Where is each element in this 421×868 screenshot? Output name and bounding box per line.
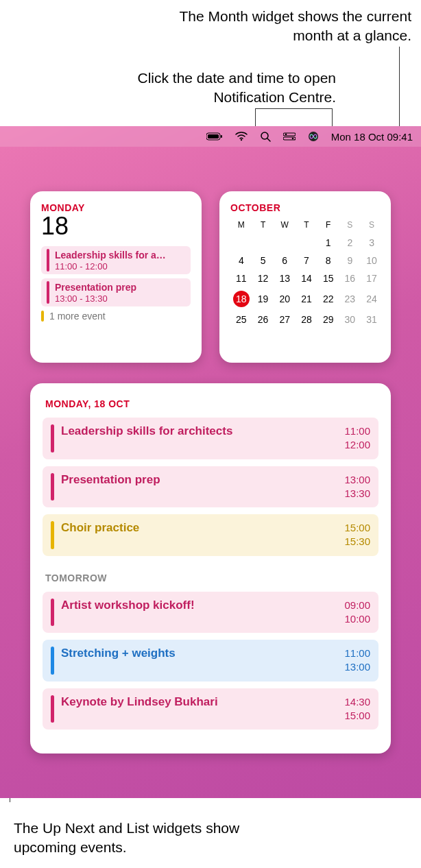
battery-icon bbox=[206, 132, 223, 141]
month-day[interactable]: 10 bbox=[361, 252, 383, 269]
month-day[interactable]: 31 bbox=[361, 311, 383, 328]
month-day[interactable]: 6 bbox=[274, 252, 296, 269]
annotation-upnext-list: The Up Next and List widgets show upcomi… bbox=[14, 819, 247, 858]
month-day[interactable]: 1 bbox=[317, 234, 339, 252]
upnext-more: 1 more event bbox=[41, 311, 191, 322]
month-day[interactable]: 4 bbox=[230, 252, 252, 269]
month-day[interactable]: 27 bbox=[274, 311, 296, 328]
month-grid: MTWTFSS 12345678910111213141516171819202… bbox=[230, 220, 383, 328]
month-day[interactable]: 12 bbox=[252, 269, 274, 287]
month-day[interactable]: 15 bbox=[317, 269, 339, 287]
month-widget[interactable]: OCTOBER MTWTFSS 123456789101112131415161… bbox=[219, 191, 391, 363]
month-day[interactable]: 14 bbox=[296, 269, 317, 287]
month-day[interactable]: 21 bbox=[296, 287, 317, 311]
up-next-widget[interactable]: MONDAY 18 Leadership skills for a…11:00 … bbox=[30, 191, 202, 363]
month-day[interactable]: 11 bbox=[230, 269, 252, 287]
annotation-datetime: Click the date and time to open Notifica… bbox=[117, 69, 336, 108]
list-section-tomorrow-title: TOMORROW bbox=[45, 572, 378, 583]
wifi-icon[interactable] bbox=[235, 132, 248, 141]
upnext-event[interactable]: Presentation prep13:00 - 13:30 bbox=[41, 278, 191, 306]
upnext-daynum: 18 bbox=[41, 212, 191, 241]
month-day[interactable]: 23 bbox=[339, 287, 361, 311]
menubar: Mon 18 Oct 09:41 bbox=[0, 126, 421, 147]
list-event[interactable]: Keynote by Lindsey Bukhari14:3015:00 bbox=[43, 688, 378, 730]
list-event[interactable]: Choir practice15:0015:30 bbox=[43, 514, 378, 556]
month-day[interactable]: 28 bbox=[296, 311, 317, 328]
list-event[interactable]: Artist workshop kickoff!09:0010:00 bbox=[43, 592, 378, 634]
control-centre-icon[interactable] bbox=[283, 132, 296, 141]
svg-line-5 bbox=[267, 138, 270, 141]
svg-point-7 bbox=[285, 134, 287, 136]
month-title: OCTOBER bbox=[230, 202, 383, 213]
list-event[interactable]: Leadership skills for architects11:0012:… bbox=[43, 418, 378, 459]
list-widget[interactable]: MONDAY, 18 OCT Leadership skills for arc… bbox=[30, 383, 391, 754]
month-day[interactable]: 16 bbox=[339, 269, 361, 287]
annotation-month: The Month widget shows the current month… bbox=[137, 7, 411, 46]
month-day[interactable]: 9 bbox=[339, 252, 361, 269]
month-day[interactable]: 7 bbox=[296, 252, 317, 269]
upnext-event[interactable]: Leadership skills for a…11:00 - 12:00 bbox=[41, 246, 191, 274]
svg-point-9 bbox=[291, 138, 293, 140]
month-day[interactable]: 25 bbox=[230, 311, 252, 328]
search-icon[interactable] bbox=[260, 131, 271, 142]
month-day[interactable]: 30 bbox=[339, 311, 361, 328]
siri-icon[interactable] bbox=[308, 131, 319, 142]
notification-centre: Mon 18 Oct 09:41 MONDAY 18 Leadership sk… bbox=[0, 126, 421, 798]
list-event[interactable]: Stretching + weights11:0013:00 bbox=[43, 640, 378, 682]
month-day[interactable]: 29 bbox=[317, 311, 339, 328]
list-event[interactable]: Presentation prep13:0013:30 bbox=[43, 466, 378, 508]
month-day[interactable]: 8 bbox=[317, 252, 339, 269]
month-day[interactable]: 20 bbox=[274, 287, 296, 311]
month-day bbox=[296, 234, 317, 252]
month-day bbox=[252, 234, 274, 252]
month-day bbox=[274, 234, 296, 252]
month-day[interactable]: 18 bbox=[230, 287, 252, 311]
svg-rect-1 bbox=[208, 134, 219, 138]
month-day[interactable]: 2 bbox=[339, 234, 361, 252]
month-day[interactable]: 22 bbox=[317, 287, 339, 311]
month-day[interactable]: 24 bbox=[361, 287, 383, 311]
svg-point-3 bbox=[241, 139, 242, 141]
month-day[interactable]: 3 bbox=[361, 234, 383, 252]
list-section-today-title: MONDAY, 18 OCT bbox=[45, 398, 378, 409]
month-day[interactable]: 26 bbox=[252, 311, 274, 328]
menubar-datetime[interactable]: Mon 18 Oct 09:41 bbox=[331, 131, 413, 143]
month-day bbox=[230, 234, 252, 252]
month-day[interactable]: 19 bbox=[252, 287, 274, 311]
month-day[interactable]: 5 bbox=[252, 252, 274, 269]
month-day[interactable]: 17 bbox=[361, 269, 383, 287]
svg-rect-2 bbox=[221, 135, 222, 138]
month-day[interactable]: 13 bbox=[274, 269, 296, 287]
